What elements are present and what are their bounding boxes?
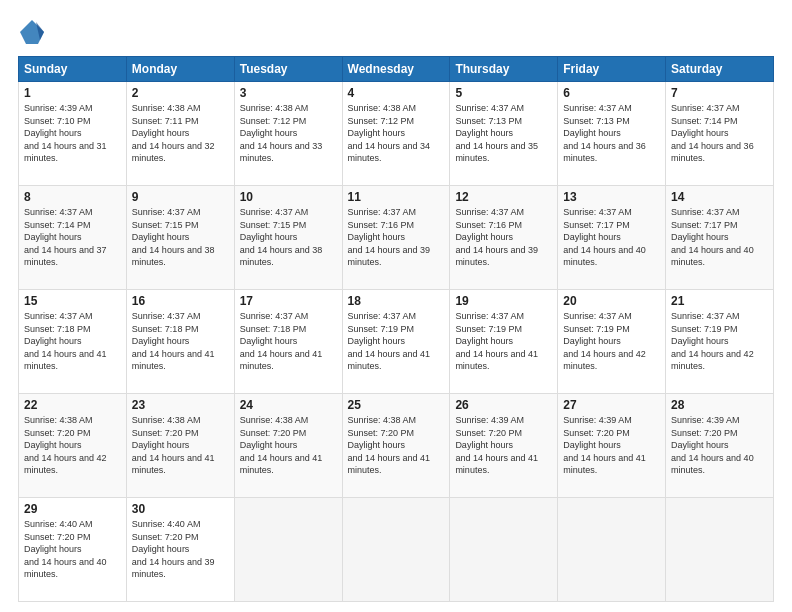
cell-content: Sunrise: 4:37 AMSunset: 7:19 PMDaylight …: [671, 311, 754, 371]
day-number: 25: [348, 398, 445, 412]
day-number: 9: [132, 190, 229, 204]
table-row: 8 Sunrise: 4:37 AMSunset: 7:14 PMDayligh…: [19, 186, 127, 290]
calendar-table: Sunday Monday Tuesday Wednesday Thursday…: [18, 56, 774, 602]
calendar-week-3: 15 Sunrise: 4:37 AMSunset: 7:18 PMDaylig…: [19, 290, 774, 394]
day-number: 26: [455, 398, 552, 412]
cell-content: Sunrise: 4:39 AMSunset: 7:10 PMDaylight …: [24, 103, 107, 163]
cell-content: Sunrise: 4:37 AMSunset: 7:18 PMDaylight …: [240, 311, 323, 371]
cell-content: Sunrise: 4:38 AMSunset: 7:20 PMDaylight …: [24, 415, 107, 475]
logo: [18, 18, 50, 46]
cell-content: Sunrise: 4:37 AMSunset: 7:13 PMDaylight …: [455, 103, 538, 163]
table-row: 2 Sunrise: 4:38 AMSunset: 7:11 PMDayligh…: [126, 82, 234, 186]
table-row: 6 Sunrise: 4:37 AMSunset: 7:13 PMDayligh…: [558, 82, 666, 186]
table-row: 3 Sunrise: 4:38 AMSunset: 7:12 PMDayligh…: [234, 82, 342, 186]
calendar-week-1: 1Sunrise: 4:39 AMSunset: 7:10 PMDaylight…: [19, 82, 774, 186]
cell-content: Sunrise: 4:40 AMSunset: 7:20 PMDaylight …: [132, 519, 215, 579]
header: [18, 18, 774, 46]
cell-content: Sunrise: 4:37 AMSunset: 7:14 PMDaylight …: [24, 207, 107, 267]
day-number: 12: [455, 190, 552, 204]
day-number: 3: [240, 86, 337, 100]
day-number: 21: [671, 294, 768, 308]
day-number: 16: [132, 294, 229, 308]
table-row: 12 Sunrise: 4:37 AMSunset: 7:16 PMDaylig…: [450, 186, 558, 290]
table-row: 17 Sunrise: 4:37 AMSunset: 7:18 PMDaylig…: [234, 290, 342, 394]
cell-content: Sunrise: 4:37 AMSunset: 7:15 PMDaylight …: [132, 207, 215, 267]
table-row: [558, 498, 666, 602]
table-row: 24 Sunrise: 4:38 AMSunset: 7:20 PMDaylig…: [234, 394, 342, 498]
col-saturday: Saturday: [666, 57, 774, 82]
table-row: 27 Sunrise: 4:39 AMSunset: 7:20 PMDaylig…: [558, 394, 666, 498]
cell-content: Sunrise: 4:37 AMSunset: 7:18 PMDaylight …: [24, 311, 107, 371]
table-row: [666, 498, 774, 602]
calendar-week-2: 8 Sunrise: 4:37 AMSunset: 7:14 PMDayligh…: [19, 186, 774, 290]
table-row: 30 Sunrise: 4:40 AMSunset: 7:20 PMDaylig…: [126, 498, 234, 602]
cell-content: Sunrise: 4:38 AMSunset: 7:11 PMDaylight …: [132, 103, 215, 163]
day-number: 5: [455, 86, 552, 100]
table-row: 7 Sunrise: 4:37 AMSunset: 7:14 PMDayligh…: [666, 82, 774, 186]
table-row: [342, 498, 450, 602]
cell-content: Sunrise: 4:37 AMSunset: 7:19 PMDaylight …: [455, 311, 538, 371]
cell-content: Sunrise: 4:37 AMSunset: 7:19 PMDaylight …: [563, 311, 646, 371]
cell-content: Sunrise: 4:38 AMSunset: 7:20 PMDaylight …: [240, 415, 323, 475]
day-number: 14: [671, 190, 768, 204]
table-row: 23 Sunrise: 4:38 AMSunset: 7:20 PMDaylig…: [126, 394, 234, 498]
col-monday: Monday: [126, 57, 234, 82]
cell-content: Sunrise: 4:40 AMSunset: 7:20 PMDaylight …: [24, 519, 107, 579]
day-number: 28: [671, 398, 768, 412]
table-row: 15 Sunrise: 4:37 AMSunset: 7:18 PMDaylig…: [19, 290, 127, 394]
table-row: 19 Sunrise: 4:37 AMSunset: 7:19 PMDaylig…: [450, 290, 558, 394]
cell-content: Sunrise: 4:37 AMSunset: 7:14 PMDaylight …: [671, 103, 754, 163]
day-number: 2: [132, 86, 229, 100]
day-number: 11: [348, 190, 445, 204]
page: Sunday Monday Tuesday Wednesday Thursday…: [0, 0, 792, 612]
table-row: 5 Sunrise: 4:37 AMSunset: 7:13 PMDayligh…: [450, 82, 558, 186]
day-number: 13: [563, 190, 660, 204]
table-row: 10 Sunrise: 4:37 AMSunset: 7:15 PMDaylig…: [234, 186, 342, 290]
day-number: 20: [563, 294, 660, 308]
cell-content: Sunrise: 4:37 AMSunset: 7:15 PMDaylight …: [240, 207, 323, 267]
cell-content: Sunrise: 4:39 AMSunset: 7:20 PMDaylight …: [563, 415, 646, 475]
cell-content: Sunrise: 4:38 AMSunset: 7:12 PMDaylight …: [240, 103, 323, 163]
table-row: 20 Sunrise: 4:37 AMSunset: 7:19 PMDaylig…: [558, 290, 666, 394]
day-number: 4: [348, 86, 445, 100]
cell-content: Sunrise: 4:39 AMSunset: 7:20 PMDaylight …: [455, 415, 538, 475]
day-number: 30: [132, 502, 229, 516]
day-number: 10: [240, 190, 337, 204]
cell-content: Sunrise: 4:37 AMSunset: 7:19 PMDaylight …: [348, 311, 431, 371]
col-friday: Friday: [558, 57, 666, 82]
table-row: 4 Sunrise: 4:38 AMSunset: 7:12 PMDayligh…: [342, 82, 450, 186]
cell-content: Sunrise: 4:38 AMSunset: 7:12 PMDaylight …: [348, 103, 431, 163]
table-row: 9 Sunrise: 4:37 AMSunset: 7:15 PMDayligh…: [126, 186, 234, 290]
logo-icon: [18, 18, 46, 46]
day-number: 1: [24, 86, 121, 100]
cell-content: Sunrise: 4:38 AMSunset: 7:20 PMDaylight …: [348, 415, 431, 475]
cell-content: Sunrise: 4:37 AMSunset: 7:16 PMDaylight …: [348, 207, 431, 267]
day-number: 18: [348, 294, 445, 308]
day-number: 7: [671, 86, 768, 100]
table-row: 21 Sunrise: 4:37 AMSunset: 7:19 PMDaylig…: [666, 290, 774, 394]
table-row: 1Sunrise: 4:39 AMSunset: 7:10 PMDaylight…: [19, 82, 127, 186]
day-number: 6: [563, 86, 660, 100]
day-number: 15: [24, 294, 121, 308]
table-row: 26 Sunrise: 4:39 AMSunset: 7:20 PMDaylig…: [450, 394, 558, 498]
table-row: 18 Sunrise: 4:37 AMSunset: 7:19 PMDaylig…: [342, 290, 450, 394]
table-row: 13 Sunrise: 4:37 AMSunset: 7:17 PMDaylig…: [558, 186, 666, 290]
day-number: 22: [24, 398, 121, 412]
cell-content: Sunrise: 4:37 AMSunset: 7:17 PMDaylight …: [671, 207, 754, 267]
table-row: 28 Sunrise: 4:39 AMSunset: 7:20 PMDaylig…: [666, 394, 774, 498]
table-row: 11 Sunrise: 4:37 AMSunset: 7:16 PMDaylig…: [342, 186, 450, 290]
day-number: 8: [24, 190, 121, 204]
day-number: 17: [240, 294, 337, 308]
table-row: [234, 498, 342, 602]
col-thursday: Thursday: [450, 57, 558, 82]
table-row: 14 Sunrise: 4:37 AMSunset: 7:17 PMDaylig…: [666, 186, 774, 290]
day-number: 29: [24, 502, 121, 516]
table-row: 29 Sunrise: 4:40 AMSunset: 7:20 PMDaylig…: [19, 498, 127, 602]
calendar-week-5: 29 Sunrise: 4:40 AMSunset: 7:20 PMDaylig…: [19, 498, 774, 602]
cell-content: Sunrise: 4:39 AMSunset: 7:20 PMDaylight …: [671, 415, 754, 475]
table-row: [450, 498, 558, 602]
cell-content: Sunrise: 4:37 AMSunset: 7:17 PMDaylight …: [563, 207, 646, 267]
day-number: 27: [563, 398, 660, 412]
calendar-header-row: Sunday Monday Tuesday Wednesday Thursday…: [19, 57, 774, 82]
table-row: 25 Sunrise: 4:38 AMSunset: 7:20 PMDaylig…: [342, 394, 450, 498]
